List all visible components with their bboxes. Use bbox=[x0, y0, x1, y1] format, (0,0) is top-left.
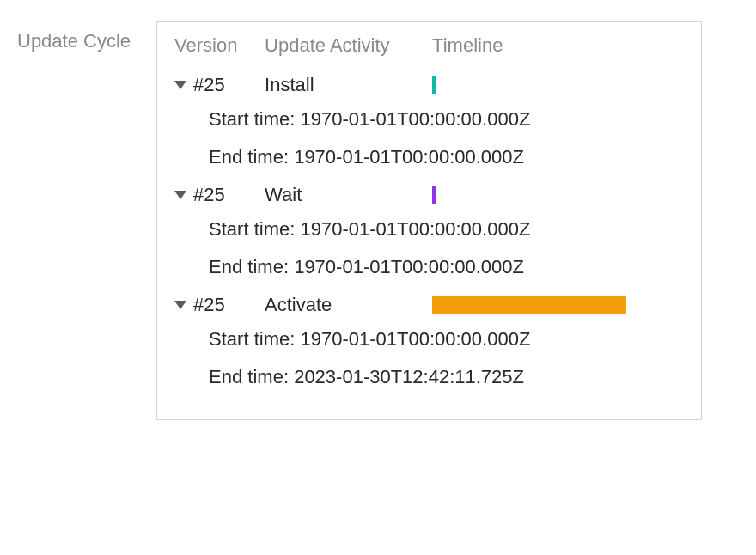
row-details: Start time: 1970-01-01T00:00:00.000Z End… bbox=[174, 108, 684, 168]
row-toggle[interactable]: #25 bbox=[174, 184, 265, 206]
section-label: Update Cycle bbox=[17, 21, 131, 52]
end-time-label: End time: bbox=[209, 256, 289, 278]
table-row: #25 Wait Start time: 1970-01-01T00:00:00… bbox=[174, 184, 684, 278]
timeline-bar bbox=[432, 76, 436, 94]
end-time-value: 1970-01-01T00:00:00.000Z bbox=[294, 146, 524, 168]
end-time-label: End time: bbox=[209, 366, 289, 387]
end-time-value: 1970-01-01T00:00:00.000Z bbox=[294, 256, 524, 278]
row-details: Start time: 1970-01-01T00:00:00.000Z End… bbox=[174, 328, 684, 388]
version-cell: #25 bbox=[193, 294, 225, 316]
chevron-down-icon bbox=[174, 301, 186, 309]
update-cycle-panel: Version Update Activity Timeline #25 Ins… bbox=[156, 21, 702, 420]
timeline-cell bbox=[432, 76, 684, 95]
end-time-label: End time: bbox=[209, 146, 289, 168]
activity-cell: Wait bbox=[265, 184, 432, 206]
timeline-bar bbox=[432, 186, 436, 204]
start-time-value: 1970-01-01T00:00:00.000Z bbox=[300, 218, 530, 240]
chevron-down-icon bbox=[174, 81, 186, 89]
col-header-activity: Update Activity bbox=[265, 34, 432, 57]
chevron-down-icon bbox=[174, 191, 186, 199]
version-cell: #25 bbox=[193, 184, 225, 206]
table-row: #25 Install Start time: 1970-01-01T00:00… bbox=[174, 74, 684, 168]
col-header-version: Version bbox=[174, 34, 265, 57]
end-time-value: 2023-01-30T12:42:11.725Z bbox=[294, 366, 524, 387]
activity-cell: Install bbox=[265, 74, 432, 96]
version-cell: #25 bbox=[193, 74, 225, 96]
row-toggle[interactable]: #25 bbox=[174, 294, 265, 316]
start-time-value: 1970-01-01T00:00:00.000Z bbox=[300, 108, 530, 130]
row-toggle[interactable]: #25 bbox=[174, 74, 265, 96]
start-time-label: Start time: bbox=[209, 108, 295, 130]
timeline-bar bbox=[432, 296, 626, 314]
row-details: Start time: 1970-01-01T00:00:00.000Z End… bbox=[174, 218, 684, 278]
start-time-label: Start time: bbox=[209, 218, 295, 240]
table-header: Version Update Activity Timeline bbox=[174, 34, 684, 57]
start-time-label: Start time: bbox=[209, 328, 295, 350]
timeline-cell bbox=[432, 186, 684, 204]
table-row: #25 Activate Start time: 1970-01-01T00:0… bbox=[174, 294, 684, 388]
activity-cell: Activate bbox=[265, 294, 432, 316]
start-time-value: 1970-01-01T00:00:00.000Z bbox=[300, 328, 530, 350]
timeline-cell bbox=[432, 296, 684, 314]
col-header-timeline: Timeline bbox=[432, 34, 684, 57]
